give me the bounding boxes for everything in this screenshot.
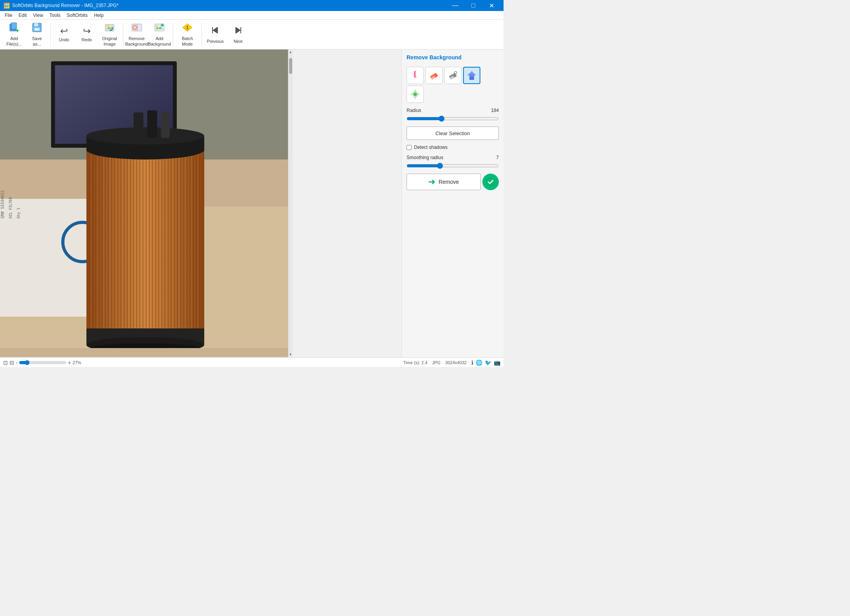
selection-tool-button[interactable] bbox=[463, 67, 480, 84]
original-image-button[interactable]: OriginalImage bbox=[99, 21, 121, 48]
eraser-tool-button[interactable] bbox=[425, 67, 443, 84]
menu-file[interactable]: File bbox=[2, 12, 15, 19]
add-files-button[interactable]: AddFile(s)... bbox=[3, 21, 25, 48]
minimize-button[interactable]: — bbox=[446, 0, 464, 11]
svg-marker-113 bbox=[467, 71, 476, 80]
format-display: JPG bbox=[432, 360, 440, 365]
toolbar-sep-1 bbox=[50, 23, 51, 46]
svg-marker-22 bbox=[213, 27, 218, 33]
detect-shadows-checkbox[interactable] bbox=[407, 145, 412, 150]
remove-label: Remove bbox=[438, 179, 459, 185]
view-icon1[interactable]: ⊡ bbox=[3, 359, 8, 366]
remove-go-button[interactable] bbox=[482, 174, 499, 190]
zoom-slider-thumb[interactable] bbox=[25, 360, 29, 365]
undo-button[interactable]: ↩ Undo bbox=[53, 21, 75, 48]
next-icon bbox=[233, 25, 244, 37]
status-bar: ⊡ ⊟ - + 27% Time (s): 2.4 JPG 3024x4032 … bbox=[0, 358, 504, 367]
scrollbar-thumb[interactable] bbox=[289, 58, 292, 74]
menu-view[interactable]: View bbox=[30, 12, 46, 19]
canvas-area[interactable]: GM# 55594651 OIL FILTER Qty 1 bbox=[0, 50, 288, 357]
remove-background-button[interactable]: RemoveBackground bbox=[126, 21, 148, 48]
clear-selection-button[interactable]: Clear Selection bbox=[407, 126, 499, 140]
close-button[interactable]: ✕ bbox=[482, 0, 500, 11]
menu-softorbits[interactable]: SoftOrbits bbox=[64, 12, 91, 19]
toolbar-sep-4 bbox=[202, 23, 202, 46]
next-button[interactable]: Next bbox=[227, 21, 249, 48]
save-as-label: Saveas... bbox=[32, 36, 42, 46]
scrollbar-track[interactable] bbox=[289, 54, 292, 353]
menu-tools[interactable]: Tools bbox=[46, 12, 64, 19]
add-files-icon bbox=[9, 22, 20, 35]
title-bar-controls: — □ ✕ bbox=[446, 0, 500, 11]
dimensions-display: 3024x4032 bbox=[445, 360, 467, 365]
scrollbar-down-button[interactable]: ▼ bbox=[289, 353, 293, 357]
title-bar: 🖼️ SoftOrbits Background Remover - IMG_2… bbox=[0, 0, 504, 11]
radius-label: Radius bbox=[407, 108, 421, 113]
batch-mode-icon bbox=[182, 22, 193, 35]
scrollbar-up-button[interactable]: ▲ bbox=[289, 50, 293, 54]
status-right: Time (s): 2.4 JPG 3024x4032 ℹ 🌐 🐦 📺 bbox=[403, 359, 500, 366]
svg-rect-104 bbox=[414, 71, 416, 77]
svg-point-9 bbox=[107, 26, 109, 27]
svg-point-21 bbox=[187, 28, 188, 29]
menu-help[interactable]: Help bbox=[91, 12, 107, 19]
svg-rect-5 bbox=[34, 23, 38, 26]
svg-line-105 bbox=[415, 70, 416, 71]
panel-title: Remove Background bbox=[407, 54, 499, 60]
social-icon-3[interactable]: 📺 bbox=[494, 359, 500, 366]
remove-button[interactable]: ➜ Remove bbox=[407, 174, 481, 190]
maximize-button[interactable]: □ bbox=[464, 0, 482, 11]
svg-marker-24 bbox=[236, 27, 240, 33]
smoothing-slider[interactable] bbox=[407, 163, 499, 169]
view-icon2[interactable]: ⊟ bbox=[9, 359, 14, 366]
remove-background-icon bbox=[131, 22, 142, 35]
redo-button[interactable]: ↪ Redo bbox=[76, 21, 98, 48]
info-icon[interactable]: ℹ bbox=[471, 359, 473, 366]
batch-mode-button[interactable]: BatchMode bbox=[176, 21, 199, 48]
radius-slider[interactable] bbox=[407, 116, 499, 122]
svg-point-116 bbox=[414, 93, 416, 95]
zoom-value: 27% bbox=[73, 360, 85, 365]
detect-shadows-label[interactable]: Detect shadows bbox=[414, 145, 447, 150]
svg-rect-103 bbox=[0, 348, 288, 357]
status-left: ⊡ ⊟ - + 27% bbox=[3, 359, 403, 366]
social-icon-2[interactable]: 🐦 bbox=[485, 359, 491, 366]
radius-slider-row: Radius 184 bbox=[407, 108, 499, 122]
time-label: Time (s): bbox=[403, 360, 420, 365]
magic-wand-tool-button[interactable] bbox=[407, 86, 424, 103]
canvas-wrapper: GM# 55594651 OIL FILTER Qty 1 bbox=[0, 50, 401, 358]
time-display: Time (s): 2.4 bbox=[403, 360, 427, 365]
toolbar: AddFile(s)... Saveas... ↩ Undo ↪ Redo bbox=[0, 20, 504, 50]
previous-icon bbox=[210, 25, 221, 37]
svg-point-96 bbox=[86, 127, 204, 145]
vertical-scrollbar[interactable]: ▲ ▼ bbox=[288, 50, 293, 358]
zoom-slider-track[interactable] bbox=[19, 361, 66, 364]
smoothing-label: Smoothing radius bbox=[407, 155, 443, 160]
window-title: SoftOrbits Background Remover - IMG_2357… bbox=[12, 3, 119, 8]
previous-label: Previous bbox=[207, 39, 224, 44]
add-background-button[interactable]: AddBackground bbox=[148, 21, 170, 48]
smoothing-label-row: Smoothing radius 7 bbox=[407, 155, 499, 160]
save-as-button[interactable]: Saveas... bbox=[26, 21, 48, 48]
social-icon-1[interactable]: 🌐 bbox=[476, 359, 482, 366]
right-panel: Remove Background bbox=[401, 50, 504, 358]
magic-eraser-tool-button[interactable] bbox=[444, 67, 462, 84]
redo-icon: ↪ bbox=[83, 26, 91, 36]
main-content: GM# 55594651 OIL FILTER Qty 1 bbox=[0, 50, 504, 358]
svg-rect-14 bbox=[137, 24, 142, 31]
app-icon: 🖼️ bbox=[3, 2, 10, 9]
zoom-in-button[interactable]: + bbox=[68, 359, 71, 366]
brush-tool-button[interactable] bbox=[407, 67, 424, 84]
add-background-icon bbox=[154, 22, 165, 35]
zoom-out-button[interactable]: - bbox=[16, 359, 18, 366]
original-image-icon bbox=[104, 22, 115, 35]
previous-button[interactable]: Previous bbox=[204, 21, 226, 48]
toolbar-sep-3 bbox=[173, 23, 173, 46]
svg-text:Qty 1: Qty 1 bbox=[16, 208, 20, 218]
status-icons: ℹ 🌐 🐦 📺 bbox=[471, 359, 500, 366]
menu-edit[interactable]: Edit bbox=[15, 12, 30, 19]
add-files-label: AddFile(s)... bbox=[6, 36, 22, 46]
svg-rect-7 bbox=[35, 28, 39, 30]
canvas-svg: GM# 55594651 OIL FILTER Qty 1 bbox=[0, 50, 288, 357]
title-bar-left: 🖼️ SoftOrbits Background Remover - IMG_2… bbox=[3, 2, 119, 9]
